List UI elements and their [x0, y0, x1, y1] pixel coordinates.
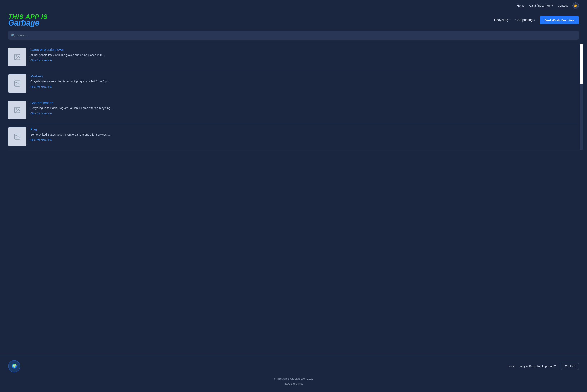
- footer-logo: 🌍: [8, 360, 20, 372]
- footer-copyright: © This App is Garbage 2.0 - 2022 Save th…: [8, 376, 579, 386]
- image-placeholder-icon: [14, 80, 21, 87]
- scrollbar-thumb[interactable]: [580, 44, 583, 84]
- footer: 🌍 Home Why is Recycling Important? Conta…: [0, 356, 587, 392]
- item-title[interactable]: Markers: [30, 74, 579, 78]
- item-thumbnail: [8, 128, 26, 146]
- item-description: Crayola offers a recycling take-back pro…: [30, 80, 579, 84]
- main-header: THIS APP IS Garbage Recycling ▾ Composti…: [0, 11, 587, 31]
- logo: THIS APP IS Garbage: [8, 14, 48, 27]
- list-item: Markers Crayola offers a recycling take-…: [8, 70, 579, 97]
- item-title[interactable]: Contact lenses: [30, 101, 579, 105]
- svg-point-3: [16, 82, 17, 83]
- composting-chevron-icon: ▾: [534, 19, 535, 22]
- footer-home[interactable]: Home: [507, 365, 515, 368]
- search-icon: 🔍: [11, 33, 15, 37]
- scrollbar-track[interactable]: [580, 44, 583, 150]
- svg-point-1: [16, 56, 17, 56]
- image-placeholder-icon: [14, 106, 21, 114]
- composting-dropdown[interactable]: Composting ▾: [516, 18, 535, 22]
- recycling-chevron-icon: ▾: [509, 19, 510, 22]
- list-item: Contact lenses Recycling Take-Back Progr…: [8, 97, 579, 124]
- logo-line2: Garbage: [8, 19, 48, 27]
- item-link[interactable]: Click for more Info: [30, 138, 579, 142]
- item-content: Flag Some United States government organ…: [30, 128, 579, 142]
- image-placeholder-icon: [14, 133, 21, 140]
- item-link[interactable]: Click for more Info: [30, 112, 579, 115]
- item-description: All household latex or nitrile gloves sh…: [30, 53, 579, 57]
- footer-contact-button[interactable]: Contact: [561, 363, 579, 370]
- topnav-cantfind[interactable]: Can't find an item?: [529, 4, 553, 7]
- item-link[interactable]: Click for more Info: [30, 59, 579, 62]
- list-container: Latex or plastic gloves All household la…: [8, 44, 579, 150]
- footer-top: 🌍 Home Why is Recycling Important? Conta…: [8, 360, 579, 372]
- list-item: Flag Some United States government organ…: [8, 124, 579, 150]
- footer-why-recycling[interactable]: Why is Recycling Important?: [520, 365, 556, 368]
- image-placeholder-icon: [14, 53, 21, 60]
- item-thumbnail: [8, 48, 26, 66]
- footer-nav: Home Why is Recycling Important? Contact: [507, 363, 579, 370]
- item-title[interactable]: Latex or plastic gloves: [30, 48, 579, 52]
- composting-label: Composting: [516, 18, 533, 22]
- item-content: Markers Crayola offers a recycling take-…: [30, 74, 579, 88]
- item-description: Recycling Take-Back ProgramBausch + Lomb…: [30, 106, 579, 110]
- svg-point-5: [16, 109, 17, 110]
- item-content: Latex or plastic gloves All household la…: [30, 48, 579, 62]
- sun-icon: ☀️: [574, 4, 578, 8]
- content-area: Latex or plastic gloves All household la…: [0, 44, 587, 356]
- search-input[interactable]: [8, 31, 579, 40]
- topnav-home[interactable]: Home: [517, 4, 524, 7]
- svg-point-7: [16, 135, 17, 136]
- item-content: Contact lenses Recycling Take-Back Progr…: [30, 101, 579, 115]
- recycling-label: Recycling: [494, 18, 508, 22]
- item-description: Some United States government organizati…: [30, 133, 579, 137]
- item-link[interactable]: Click for more Info: [30, 85, 579, 88]
- theme-toggle-button[interactable]: ☀️: [572, 2, 579, 9]
- top-nav: Home Can't find an item? Contact ☀️: [0, 0, 587, 11]
- recycling-dropdown[interactable]: Recycling ▾: [494, 18, 510, 22]
- tagline-text: Save the planet: [8, 381, 579, 386]
- header-nav: Recycling ▾ Composting ▾ Find Waste Faci…: [494, 16, 579, 24]
- item-thumbnail: [8, 74, 26, 93]
- topnav-contact[interactable]: Contact: [558, 4, 568, 7]
- item-thumbnail: [8, 101, 26, 119]
- find-facilities-button[interactable]: Find Waste Facilities: [540, 16, 579, 24]
- footer-logo-icon: 🌍: [8, 360, 20, 372]
- globe-icon: 🌍: [12, 364, 17, 369]
- search-section: 🔍: [0, 31, 587, 44]
- list-item: Latex or plastic gloves All household la…: [8, 44, 579, 70]
- search-wrapper: 🔍: [8, 31, 579, 40]
- item-title[interactable]: Flag: [30, 128, 579, 132]
- copyright-text: © This App is Garbage 2.0 - 2022: [8, 376, 579, 381]
